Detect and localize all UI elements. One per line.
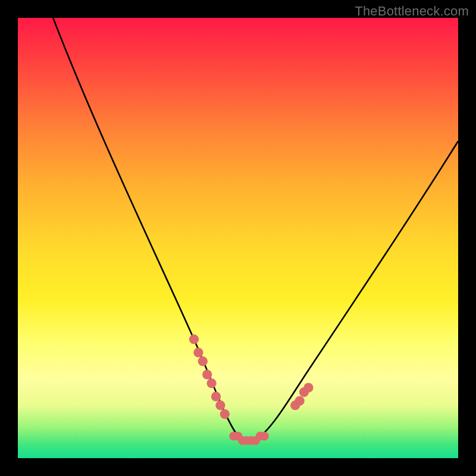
svg-point-7 [220,409,230,419]
right-marker-cluster [290,383,313,410]
bottom-marker-cluster [229,432,269,445]
svg-point-19 [303,383,313,392]
svg-point-3 [202,369,212,379]
svg-point-6 [215,400,225,410]
svg-point-4 [206,378,216,388]
svg-point-5 [211,392,221,401]
svg-point-15 [260,432,269,441]
svg-point-1 [193,347,203,357]
watermark-text: TheBottleneck.com [355,4,469,19]
plot-area [18,18,458,458]
svg-point-0 [189,334,199,344]
bottleneck-curve-path [53,18,458,441]
svg-point-2 [198,356,208,366]
svg-point-17 [295,396,304,406]
chart-svg [18,18,458,458]
left-marker-cluster [189,334,230,419]
chart-frame: TheBottleneck.com [0,0,476,476]
